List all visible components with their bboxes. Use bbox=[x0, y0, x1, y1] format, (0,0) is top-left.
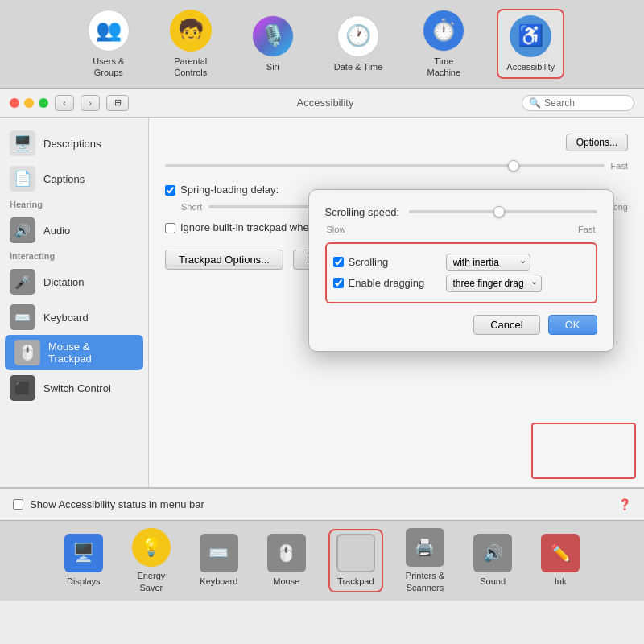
cancel-button[interactable]: Cancel bbox=[473, 315, 539, 335]
search-input[interactable] bbox=[544, 97, 627, 109]
sidebar-item-mouse-trackpad-label: Mouse & Trackpad bbox=[48, 341, 134, 365]
toolbar-item-date-time[interactable]: 🕐 Date & Time bbox=[326, 10, 391, 77]
main-content: 🖥️ Descriptions 📄 Captions Hearing 🔊 Aud… bbox=[0, 118, 644, 488]
sidebar-item-mouse-trackpad[interactable]: 🖱️ Mouse & Trackpad bbox=[5, 335, 143, 370]
captions-icon: 📄 bbox=[10, 166, 35, 192]
users-groups-label: Users &Groups bbox=[93, 56, 124, 79]
toolbar-item-users-groups[interactable]: 👥 Users &Groups bbox=[80, 5, 138, 84]
spring-loading-checkbox[interactable] bbox=[165, 185, 175, 196]
keyboard-icon: ⌨️ bbox=[10, 304, 35, 330]
search-box[interactable]: 🔍 bbox=[522, 95, 634, 111]
sidebar: 🖥️ Descriptions 📄 Captions Hearing 🔊 Aud… bbox=[0, 118, 149, 487]
modal-dragging-checkbox-row: Enable dragging bbox=[333, 277, 438, 289]
ok-button[interactable]: OK bbox=[548, 315, 597, 335]
close-button[interactable] bbox=[10, 98, 19, 108]
dock-item-mouse[interactable]: 🖱️ Mouse bbox=[261, 530, 312, 590]
help-icon[interactable]: ❓ bbox=[618, 498, 631, 510]
sidebar-item-descriptions[interactable]: 🖥️ Descriptions bbox=[0, 126, 148, 161]
forward-button[interactable]: › bbox=[80, 95, 100, 111]
scrolling-speed-label: Scrolling speed: bbox=[325, 206, 400, 218]
parental-controls-label: ParentalControls bbox=[174, 56, 207, 79]
toolbar-item-siri[interactable]: 🎙️ Siri bbox=[244, 10, 302, 77]
dock-item-printers-scanners[interactable]: 🖨️ Printers &Scanners bbox=[399, 525, 451, 597]
dock-item-keyboard[interactable]: ⌨️ Keyboard bbox=[193, 530, 245, 590]
sidebar-item-keyboard[interactable]: ⌨️ Keyboard bbox=[0, 299, 148, 335]
sidebar-item-switch-control[interactable]: ⬛ Switch Control bbox=[0, 370, 148, 406]
ignore-trackpad-checkbox[interactable] bbox=[165, 223, 175, 233]
trackpad-options-button[interactable]: Trackpad Options... bbox=[165, 250, 283, 270]
fast-slider-track[interactable] bbox=[165, 164, 605, 167]
date-time-icon: 🕐 bbox=[337, 15, 379, 57]
modal-dragging-select-wrap: three finger drag two finger drag none bbox=[446, 275, 542, 292]
ink-label: Ink bbox=[555, 576, 567, 587]
modal-speed-slider[interactable] bbox=[409, 210, 597, 213]
mouse-dock-label: Mouse bbox=[273, 576, 299, 587]
right-panel: Options... Fast Spring-loading delay: Sh… bbox=[149, 118, 644, 487]
printers-scanners-label: Printers &Scanners bbox=[406, 570, 444, 593]
dock-item-ink[interactable]: ✏️ Ink bbox=[535, 530, 586, 590]
dock-item-energy-saver[interactable]: 💡 EnergySaver bbox=[126, 525, 177, 597]
mouse-trackpad-icon: 🖱️ bbox=[14, 340, 40, 365]
printers-scanners-icon: 🖨️ bbox=[406, 528, 444, 567]
sidebar-item-audio[interactable]: 🔊 Audio bbox=[0, 213, 148, 248]
window-bar: ‹ › ⊞ Accessibility 🔍 bbox=[0, 89, 644, 118]
modal-scrolling-select-wrap: with inertia without inertia bbox=[446, 254, 530, 271]
fast-slider-label: Fast bbox=[578, 225, 595, 234]
trackpad-icon bbox=[336, 534, 375, 572]
toolbar-item-time-machine[interactable]: ⏱️ TimeMachine bbox=[415, 5, 473, 84]
modal-scrolling-label: Scrolling bbox=[349, 256, 389, 268]
bottom-dock: 🖥️ Displays 💡 EnergySaver ⌨️ Keyboard 🖱️… bbox=[0, 520, 644, 601]
show-status-label: Show Accessibility status in menu bar bbox=[30, 498, 204, 510]
accessibility-icon: ♿ bbox=[510, 15, 551, 57]
sidebar-item-captions-label: Captions bbox=[43, 173, 85, 185]
sidebar-item-dictation[interactable]: 🎤 Dictation bbox=[0, 264, 148, 299]
top-toolbar: 👥 Users &Groups 🧒 ParentalControls 🎙️ Si… bbox=[0, 0, 644, 89]
trackpad-label: Trackpad bbox=[337, 576, 374, 587]
switch-control-icon: ⬛ bbox=[10, 375, 35, 401]
options-button[interactable]: Options... bbox=[566, 134, 628, 151]
fast-slider-row: Fast bbox=[165, 161, 628, 171]
window-title: Accessibility bbox=[135, 97, 515, 109]
users-groups-icon: 👥 bbox=[88, 10, 130, 52]
back-button[interactable]: ‹ bbox=[55, 95, 74, 111]
modal-dragging-label: Enable dragging bbox=[349, 277, 425, 289]
sound-dock-label: Sound bbox=[480, 576, 506, 587]
siri-label: Siri bbox=[266, 61, 279, 72]
bottom-bar: Show Accessibility status in menu bar ❓ bbox=[0, 488, 644, 520]
toolbar-item-accessibility[interactable]: ♿ Accessibility bbox=[497, 9, 564, 79]
show-status-checkbox[interactable] bbox=[13, 499, 23, 510]
mouse-dock-icon: 🖱️ bbox=[267, 534, 306, 572]
traffic-lights bbox=[10, 98, 48, 108]
dock-item-displays[interactable]: 🖥️ Displays bbox=[58, 530, 109, 590]
modal-scrolling-row: Scrolling with inertia without inertia bbox=[333, 254, 589, 271]
grid-button[interactable]: ⊞ bbox=[106, 95, 129, 111]
interacting-section-header: Interacting bbox=[0, 248, 148, 264]
modal-dialog: Scrolling speed: Slow Fast Scrolling bbox=[308, 189, 614, 352]
time-machine-icon: ⏱️ bbox=[423, 10, 464, 52]
descriptions-icon: 🖥️ bbox=[10, 130, 35, 156]
sidebar-item-descriptions-label: Descriptions bbox=[43, 138, 101, 150]
red-outline-box bbox=[531, 423, 636, 479]
parental-controls-icon: 🧒 bbox=[170, 10, 212, 52]
modal-dragging-checkbox[interactable] bbox=[333, 278, 344, 288]
minimize-button[interactable] bbox=[24, 98, 34, 108]
spring-loading-label: Spring-loading delay: bbox=[180, 184, 279, 196]
audio-icon: 🔊 bbox=[10, 217, 35, 243]
modal-buttons: Cancel OK bbox=[325, 315, 597, 335]
energy-saver-label: EnergySaver bbox=[137, 570, 165, 593]
fast-slider-thumb[interactable] bbox=[508, 160, 519, 171]
hearing-section-header: Hearing bbox=[0, 196, 148, 213]
modal-dragging-select[interactable]: three finger drag two finger drag none bbox=[446, 275, 542, 292]
sidebar-item-captions[interactable]: 📄 Captions bbox=[0, 161, 148, 196]
modal-slider-row: Scrolling speed: bbox=[325, 206, 597, 218]
modal-scrolling-select[interactable]: with inertia without inertia bbox=[446, 254, 530, 271]
modal-speed-thumb[interactable] bbox=[493, 206, 505, 217]
ink-icon: ✏️ bbox=[541, 534, 580, 572]
displays-icon: 🖥️ bbox=[64, 534, 103, 572]
maximize-button[interactable] bbox=[39, 98, 48, 108]
dock-item-sound[interactable]: 🔊 Sound bbox=[467, 530, 518, 590]
toolbar-item-parental-controls[interactable]: 🧒 ParentalControls bbox=[162, 5, 220, 84]
dock-item-trackpad[interactable]: Trackpad bbox=[328, 529, 383, 592]
displays-label: Displays bbox=[67, 576, 101, 587]
modal-scrolling-checkbox[interactable] bbox=[333, 257, 344, 267]
